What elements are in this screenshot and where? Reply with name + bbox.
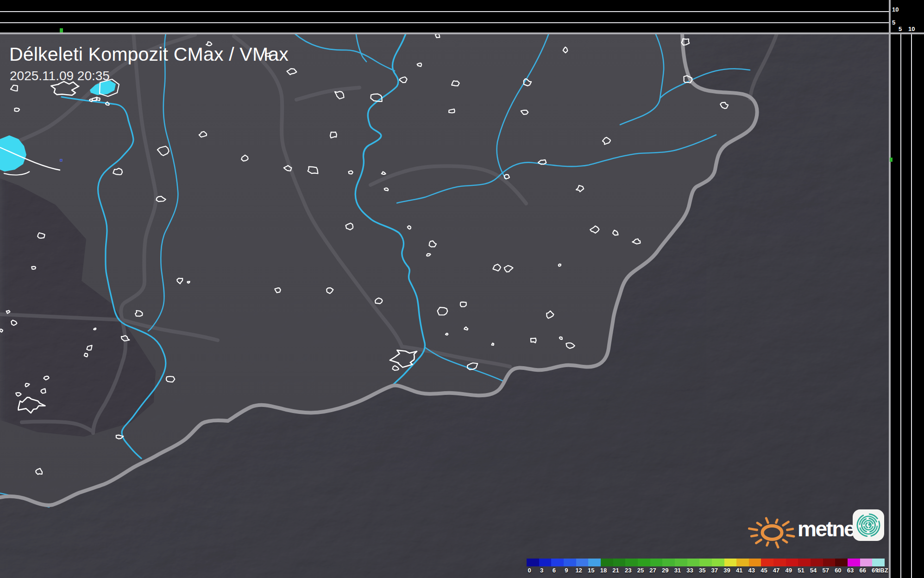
dbz-scale-value: 51 — [798, 567, 804, 574]
metnet-wordmark: metnet — [798, 516, 861, 541]
dbz-scale-value: 45 — [761, 567, 767, 574]
dbz-scale-value: 47 — [773, 567, 779, 574]
dbz-scale-value: 12 — [575, 567, 582, 574]
dbz-scale-value: 35 — [699, 567, 705, 574]
dbz-color-segment — [823, 559, 836, 566]
dbz-scale-value: 25 — [637, 567, 644, 574]
dbz-color-segment — [773, 559, 786, 566]
dbz-color-segment — [551, 559, 564, 566]
radar-composite-viewport: 10 5 5 10 Délkeleti Kompozit CMax / VMax… — [0, 0, 924, 578]
timestamp: 2025.11.09 20:35 — [10, 69, 110, 83]
dbz-color-segment — [786, 559, 798, 566]
dbz-color-segment — [699, 559, 712, 566]
dbz-scale-value: 33 — [686, 567, 693, 574]
dbz-color-segment — [712, 559, 724, 566]
dbz-color-segment — [564, 559, 576, 566]
dbz-scale-value: 31 — [674, 567, 681, 574]
top-panel-gridline-5km — [0, 22, 889, 23]
dbz-scale-value: 66 — [859, 567, 866, 574]
sun-icon — [743, 512, 795, 551]
right-axis-label-5: 5 — [899, 26, 902, 32]
dbz-color-segment — [588, 559, 601, 566]
dbz-scale-value: 23 — [625, 567, 631, 574]
right-panel-gridline-5km — [900, 34, 901, 578]
dbz-scale-value: 63 — [847, 567, 854, 574]
dbz-scale-value: 29 — [662, 567, 668, 574]
dbz-scale-value: 3 — [540, 567, 543, 574]
dbz-color-segment — [835, 559, 848, 566]
spiral-app-icon — [852, 509, 885, 541]
dbz-scale-value: 54 — [810, 567, 817, 574]
right-panel-gridline-10km — [911, 34, 912, 578]
dbz-scale-value: 41 — [736, 567, 742, 574]
height-axis-label-5: 5 — [892, 19, 895, 25]
dbz-color-segment — [613, 559, 626, 566]
dbz-scale-value: 57 — [822, 567, 829, 574]
dbz-color-segment — [601, 559, 613, 566]
dbz-color-segment — [736, 559, 749, 566]
dbz-scale-value: 49 — [786, 567, 792, 574]
dbz-color-segment — [662, 559, 675, 566]
dbz-color-segment — [576, 559, 589, 566]
dbz-color-segment — [638, 559, 650, 566]
dbz-scale-value: 21 — [612, 567, 619, 574]
vmax-top-profile-panel — [0, 0, 889, 32]
dbz-scale-unit: dBZ — [876, 567, 888, 574]
dbz-scale-value: 9 — [565, 567, 568, 574]
metnet-logo: metnet — [743, 509, 885, 552]
top-panel-gridline-10km — [0, 11, 889, 12]
right-axis-label-10: 10 — [908, 26, 915, 32]
dbz-scale-value: 43 — [748, 567, 755, 574]
radar-echo-cell — [60, 159, 63, 162]
dbz-color-segment — [872, 559, 885, 566]
dbz-scale-value: 39 — [723, 567, 730, 574]
vmax-echo-right-panel — [890, 158, 893, 162]
vmax-echo-top-panel — [60, 28, 63, 32]
height-axis-label-10: 10 — [892, 6, 899, 13]
dbz-color-segment — [527, 559, 539, 566]
dbz-color-bar — [527, 559, 885, 566]
dbz-scale-value: 15 — [588, 567, 594, 574]
dbz-color-segment — [650, 559, 663, 566]
dbz-scale-value: 27 — [649, 567, 656, 574]
dbz-color-segment — [625, 559, 638, 566]
dbz-scale-value: 0 — [528, 567, 531, 574]
dbz-color-segment — [761, 559, 773, 566]
dbz-color-segment — [848, 559, 860, 566]
dbz-color-segment — [724, 559, 737, 566]
dbz-scale-value: 18 — [600, 567, 607, 574]
dbz-color-segment — [539, 559, 552, 566]
page-title: Délkeleti Kompozit CMax / VMax — [9, 44, 289, 65]
dbz-color-segment — [860, 559, 873, 566]
dbz-color-segment — [798, 559, 811, 566]
vmax-right-profile-panel — [889, 0, 924, 578]
dbz-color-segment — [749, 559, 761, 566]
dbz-color-segment — [811, 559, 823, 566]
dbz-scale-value: 37 — [711, 567, 718, 574]
dbz-scale-value: 6 — [553, 567, 556, 574]
dbz-color-scale: 0369121518212325272931333537394143454749… — [527, 559, 885, 575]
profile-axis-horizontal — [0, 32, 924, 34]
dbz-color-segment — [675, 559, 687, 566]
dbz-scale-labels: 0369121518212325272931333537394143454749… — [527, 567, 885, 575]
dbz-color-segment — [687, 559, 700, 566]
radar-map — [0, 0, 924, 578]
dbz-scale-value: 60 — [835, 567, 841, 574]
profile-axis-vertical — [889, 0, 891, 578]
